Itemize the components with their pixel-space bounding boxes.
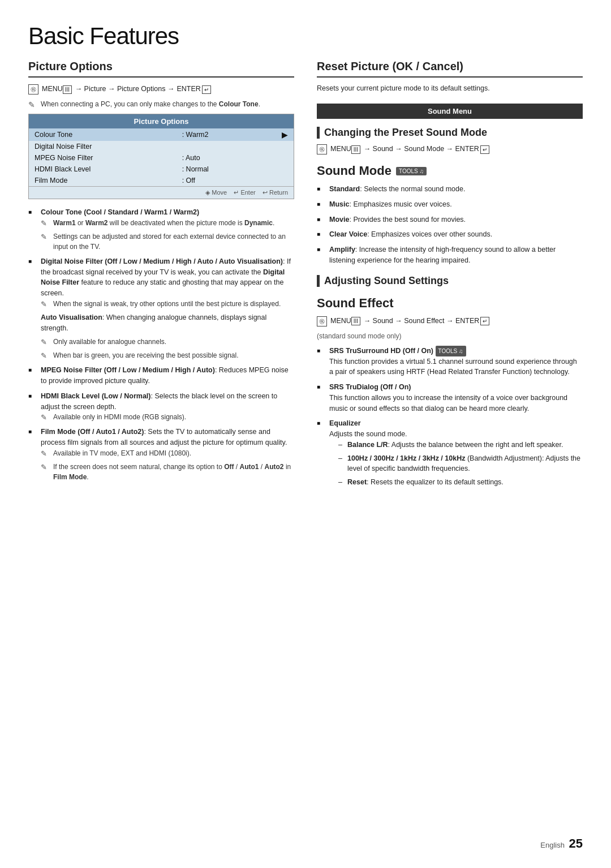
srs-trudialog-desc: This function allows you to increase the… [329, 394, 567, 412]
menu-instruction: ㊗ MENUIII → Picture → Picture Options → … [28, 84, 294, 94]
list-item: Equalizer Adjusts the sound mode. Balanc… [317, 418, 583, 488]
tools-badge-sound-mode: TOOLS ♫ [396, 167, 427, 175]
row-label: Film Mode [29, 175, 177, 186]
list-item: Music: Emphasizes music over voices. [317, 199, 583, 210]
row-label: MPEG Noise Filter [29, 152, 177, 164]
sound-effect-bullets: SRS TruSurround HD (Off / On) TOOLS ♫ Th… [317, 346, 583, 488]
reset-picture-desc: Resets your current picture mode to its … [317, 84, 583, 92]
sub-note: Warm1 or Warm2 will be deactivated when … [41, 218, 294, 228]
enter-icon: ↵ [202, 85, 211, 94]
sound-mode-title: Sound Mode TOOLS ♫ [317, 164, 583, 178]
list-item: Clear Voice: Emphasizes voices over othe… [317, 229, 583, 240]
changing-preset-menu: ㊗ MENUIII → Sound → Sound Mode → ENTER↵ [317, 144, 583, 154]
picture-options-bullets: Colour Tone (Cool / Standard / Warm1 / W… [28, 207, 294, 482]
sound-effect-title: Sound Effect [317, 296, 583, 311]
list-item: Digital Noise Filter (Off / Low / Medium… [28, 256, 294, 361]
right-column: Reset Picture (OK / Cancel) Resets your … [317, 60, 583, 493]
standard-note: (standard sound mode only) [317, 332, 583, 340]
row-label: HDMI Black Level [29, 164, 177, 175]
list-item: MPEG Noise Filter (Off / Low / Medium / … [28, 365, 294, 386]
row-arrow [257, 164, 294, 175]
row-arrow [257, 175, 294, 186]
sound-effect-label: Sound Effect [317, 296, 394, 311]
reset-picture-title: Reset Picture (OK / Cancel) [317, 60, 583, 78]
table-row: MPEG Noise Filter : Auto [29, 152, 294, 164]
sub-note: If the screen does not seem natural, cha… [41, 462, 294, 482]
picture-options-box-header: Picture Options [29, 114, 294, 128]
table-row: HDMI Black Level : Normal [29, 164, 294, 175]
list-item: SRS TruSurround HD (Off / On) TOOLS ♫ Th… [317, 346, 583, 378]
page-title: Basic Features [28, 23, 583, 50]
adjusting-sound-section: Adjusting Sound Settings [317, 275, 583, 287]
dash-item: 100Hz / 300Hz / 1kHz / 3kHz / 10kHz (Ban… [338, 453, 583, 475]
picture-options-footer: ◈ Move ↵ Enter ↩ Return [29, 186, 294, 199]
enter-icon-2: ↵ [480, 145, 489, 154]
tools-badge-srs: TOOLS ♫ [436, 346, 466, 356]
picture-options-box: Picture Options Colour Tone : Warm2 ▶ Di… [28, 114, 294, 199]
sound-effect-path: MENUIII → Sound → Sound Effect → ENTER↵ [330, 317, 489, 325]
sound-effect-section: Sound Effect ㊗ MENUIII → Sound → Sound E… [317, 296, 583, 488]
sub-note: Settings can be adjusted and stored for … [41, 231, 294, 252]
list-item: Movie: Provides the best sound for movie… [317, 214, 583, 225]
adjusting-sound-title: Adjusting Sound Settings [317, 275, 583, 287]
equalizer-dash-list: Balance L/R: Adjusts the balance between… [338, 440, 583, 488]
sound-mode-label: Sound Mode [317, 164, 391, 178]
menu-box-icon: III [63, 85, 72, 94]
row-value: : Warm2 [177, 128, 257, 141]
page-footer: English 25 [540, 836, 583, 851]
changing-preset-section: Changing the Preset Sound Mode ㊗ MENUIII… [317, 127, 583, 154]
row-arrow [257, 141, 294, 152]
row-arrow: ▶ [257, 128, 294, 141]
menu-label: MENUIII → Picture → Picture Options → [42, 85, 174, 93]
table-row: Colour Tone : Warm2 ▶ [29, 128, 294, 141]
row-value: : Normal [177, 164, 257, 175]
sub-note: Only available for analogue channels. [41, 337, 294, 347]
list-item: Amplify: Increase the intensity of high-… [317, 244, 583, 266]
footer-page-number: 25 [569, 836, 583, 850]
sound-effect-menu: ㊗ MENUIII → Sound → Sound Effect → ENTER… [317, 316, 583, 326]
menu-icon-2: ㊗ [317, 144, 327, 154]
menu-box-icon-2: III [351, 145, 360, 154]
equalizer-desc: Adjusts the sound mode. [329, 430, 407, 438]
menu-icon: ㊗ [28, 84, 38, 94]
row-value [177, 141, 257, 152]
menu-icon-3: ㊗ [317, 316, 327, 326]
enter-label: ENTER↵ [177, 85, 210, 93]
table-row: Film Mode : Off [29, 175, 294, 186]
pencil-note-pc: When connecting a PC, you can only make … [28, 100, 294, 108]
sub-note: When the signal is weak, try other optio… [41, 299, 294, 309]
sub-note: Available in TV mode, EXT and HDMI (1080… [41, 448, 294, 458]
picture-options-title: Picture Options [28, 60, 294, 78]
list-item: Colour Tone (Cool / Standard / Warm1 / W… [28, 207, 294, 252]
list-item: Film Mode (Off / Auto1 / Auto2): Sets th… [28, 427, 294, 482]
sub-note: When bar is green, you are receiving the… [41, 350, 294, 360]
sub-note: Available only in HDMI mode (RGB signals… [41, 412, 294, 422]
srs-truesurround-desc: This function provides a virtual 5.1 cha… [329, 358, 577, 376]
row-value: : Auto [177, 152, 257, 164]
sound-menu-bar: Sound Menu [317, 104, 583, 119]
menu-box-icon-3: III [351, 317, 360, 325]
row-label: Digital Noise Filter [29, 141, 177, 152]
dash-item: Reset: Resets the equalizer to its defau… [338, 477, 583, 488]
list-item: HDMI Black Level (Low / Normal): Selects… [28, 391, 294, 423]
sound-mode-bullets: Standard: Selects the normal sound mode.… [317, 184, 583, 266]
changing-preset-path: MENUIII → Sound → Sound Mode → ENTER↵ [330, 145, 489, 153]
picture-options-table: Colour Tone : Warm2 ▶ Digital Noise Filt… [29, 128, 294, 186]
sound-mode-section: Sound Mode TOOLS ♫ Standard: Selects the… [317, 164, 583, 266]
dash-item: Balance L/R: Adjusts the balance between… [338, 440, 583, 450]
left-column: Picture Options ㊗ MENUIII → Picture → Pi… [28, 60, 294, 488]
row-arrow [257, 152, 294, 164]
list-item: Standard: Selects the normal sound mode. [317, 184, 583, 195]
enter-icon-3: ↵ [480, 317, 489, 325]
auto-vis-note: Auto Visualisation: When changing analog… [41, 312, 294, 334]
row-label: Colour Tone [29, 128, 177, 141]
list-item: SRS TruDialog (Off / On) This function a… [317, 382, 583, 414]
changing-preset-title: Changing the Preset Sound Mode [317, 127, 583, 139]
table-row: Digital Noise Filter [29, 141, 294, 152]
footer-lang: English [540, 841, 565, 849]
reset-picture-section: Reset Picture (OK / Cancel) Resets your … [317, 60, 583, 92]
row-value: : Off [177, 175, 257, 186]
